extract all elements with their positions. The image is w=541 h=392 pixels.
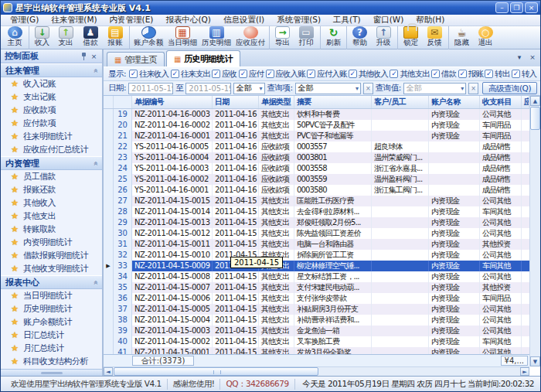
sidebar-item[interactable]: ★ 应收款项 [1,104,102,117]
checkbox-checked-icon[interactable] [171,70,179,78]
table-row[interactable]: 19 NZ-2011-04-16-0003 2011-04-16 其他支出 饮料… [104,109,529,120]
filter-checkbox-group[interactable]: 报账 [458,69,483,80]
scroll-down-icon[interactable]: ▼ [530,356,540,366]
col-subject[interactable]: 收支科目 [480,96,522,108]
pin-icon[interactable] [80,52,87,60]
hscroll-thumb[interactable] [114,367,318,376]
toolbar-button[interactable]: ↻ 刷新 [320,26,345,49]
filter-checkbox-group[interactable]: 转入 [512,69,536,80]
tab-home[interactable]: ▦ 管理主页 [107,52,165,66]
menu-item[interactable]: 报表中心(Q) [159,15,216,26]
table-row[interactable]: 27 NZ-2011-04-15-0015 2011-04-15 其他支出 匡能… [104,196,529,206]
toolbar-button[interactable]: ♟ 借款 [78,26,103,49]
filter-checkbox-group[interactable]: 借款 [431,69,456,80]
chevron-down-icon[interactable]: ▾ [258,85,264,92]
sidebar-item[interactable]: ★ 其他收支明细统计 [1,262,102,275]
sidebar-item[interactable]: ★ 往来明细统计 [1,130,102,143]
sidebar-item[interactable]: ★ 应收应付汇总统计 [1,143,102,156]
filter-checkbox-group[interactable]: 应收入账 [266,69,305,80]
table-row[interactable]: 37 NZ-2011-04-15-0005 2011-04-15 其他支出 补贴… [104,304,529,315]
table-row[interactable]: 39 NZ-2011-04-15-0003 2011-04-15 其他支出 金龙… [104,326,529,336]
toolbar-button[interactable]: ○ 退出 [473,26,498,49]
checkbox-checked-icon[interactable] [307,70,315,78]
sidebar-item[interactable]: ★ 报账还款 [1,183,102,196]
menu-item[interactable]: 管理(G) [4,15,45,26]
checkbox-checked-icon[interactable] [431,70,440,78]
date-to-input[interactable]: 2011-05-19 ▾ [185,83,230,94]
sidebar-item[interactable]: ★ 借款报账明细统计 [1,249,102,262]
table-row[interactable]: 23 YS-2011-04-16-0004 2011-04-16 应收款项 00… [104,152,529,163]
toolbar-button[interactable]: ? 帮助 [346,26,371,49]
sidebar-item[interactable]: ★ 账户余额统计 [1,315,102,329]
advanced-query-button[interactable]: 高级查询(Q) [482,82,537,94]
checkbox-checked-icon[interactable] [266,70,274,78]
vertical-scrollbar[interactable]: ▲ ▼ [529,96,540,366]
toolbar-button[interactable]: 应收应付 [233,26,267,49]
section-header-internal[interactable]: 内资管理 » [1,156,102,170]
tab-close-icon[interactable]: × [527,52,538,63]
sidebar-item[interactable]: ★ 其他支出 [1,210,102,223]
table-row[interactable]: 28 NZ-2011-04-15-0014 2011-04-15 其他支出 去金… [104,206,529,217]
date-from-input[interactable]: 2011-05-19 ▾ [128,83,173,94]
close-button[interactable]: × [525,2,538,13]
col-summary[interactable]: 摘要 [294,96,372,108]
query-val-select[interactable]: 全部 ▾ [403,83,467,94]
menu-item[interactable]: 窗口(W) [367,15,410,26]
filter-checkbox-group[interactable]: 其他支出 [390,69,429,80]
filter-checkbox-group[interactable]: 应收 [212,69,236,80]
table-row[interactable]: 26 YS-2011-04-16-0001 2011-04-16 应收款项 00… [104,185,529,196]
section-header-reports[interactable]: 报表中心 » [1,275,102,289]
sidebar-item[interactable]: ★ 转账取款 [1,223,102,236]
toolbar-button[interactable]: ▭ 打印 [294,26,318,49]
toolbar-button[interactable]: 锁定 [397,26,422,49]
toolbar-button[interactable]: ▤ 报账 [103,26,128,49]
table-row[interactable]: 25 YS-2011-04-16-0002 2011-04-16 应收款项 00… [104,174,529,185]
checkbox-checked-icon[interactable] [212,70,220,78]
toolbar-button[interactable]: 账户余额 [129,26,165,49]
toolbar-button[interactable]: ▥ 历史明细 [199,26,233,49]
menu-item[interactable]: 系统管理(S) [270,15,327,26]
checkbox-checked-icon[interactable] [349,70,357,78]
scroll-right-icon[interactable]: ► [520,367,529,376]
checkbox-checked-icon[interactable] [458,70,467,78]
scroll-left-icon[interactable]: ◄ [104,367,113,376]
sidebar-item[interactable]: ★ 内资明细统计 [1,236,102,249]
toolbar-button[interactable]: ☕ 隐藏 [448,26,473,49]
range-select[interactable]: 全部 ▾ [233,83,265,94]
filter-checkbox-group[interactable]: 应付 [239,69,264,80]
filter-checkbox-group[interactable]: 应付入账 [307,69,346,80]
vscroll-thumb[interactable] [530,107,540,130]
checkbox-checked-icon[interactable] [512,70,520,78]
menu-item[interactable]: 信息设置(I) [217,15,270,26]
table-row[interactable]: 22 YS-2011-04-16-0005 2011-04-16 应收款项 00… [104,141,529,152]
filter-checkbox-group[interactable]: 往来收入 [129,69,168,80]
col-customer[interactable]: 客户/员工 [372,96,429,108]
table-row[interactable]: 30 NZ-2011-04-15-0012 2011-04-15 其他支出 陈先… [104,228,529,239]
sidebar-item[interactable]: ★ 支出记账 [1,90,102,104]
menu-item[interactable]: 内资管理(E) [104,15,160,26]
horizontal-scrollbar[interactable]: ◄ ► [104,366,529,376]
col-account[interactable]: 账户名称 [429,96,480,108]
chevron-down-icon[interactable]: ▾ [459,85,465,92]
table-row[interactable]: 33 NZ-2011-04-15-0009 2011-04-15 其他支出 柳定… [104,261,529,271]
col-date[interactable]: 日期 [213,96,259,108]
table-row[interactable]: 20 NZ-2011-04-16-0002 2011-04-16 其他支出 50… [104,120,529,131]
tab-list-dropdown-icon[interactable]: ▾ [514,52,525,63]
table-row[interactable]: 38 NZ-2011-04-15-0004 2011-04-15 其他支出 补助… [104,315,529,326]
sidebar-item[interactable]: ★ 应付款项 [1,117,102,130]
toolbar-button[interactable]: ▦ 当日明细 [165,26,199,49]
chevron-down-icon[interactable]: ▾ [354,85,360,92]
sidebar-item[interactable]: ★ 员工借款 [1,170,102,183]
clear-query-key-icon[interactable]: × [363,83,373,94]
sidebar-item[interactable]: ★ 科目收支结构分析 [1,355,102,368]
sidebar-item[interactable]: ★ 收入记账 [1,77,102,90]
table-row[interactable]: 24 YS-2011-04-16-0003 2011-04-16 应收款项 00… [104,163,529,174]
col-clipped[interactable]: 应 [522,96,529,108]
checkbox-checked-icon[interactable] [485,70,493,78]
table-row[interactable]: 34 NZ-2011-04-15-0008 2011-04-15 其他支出 星文… [104,271,529,282]
table-row[interactable]: 41 NZ-2011-04-15-0001 2011-04-15 其他支出 发放… [104,347,529,354]
tab-history-detail[interactable]: ▦ 历史明细统计 [166,50,240,66]
toolbar-button[interactable]: ↑ 支出 [53,26,78,49]
sidebar-item[interactable]: ★ 月汇总统计 [1,342,102,355]
checkbox-checked-icon[interactable] [390,70,398,78]
